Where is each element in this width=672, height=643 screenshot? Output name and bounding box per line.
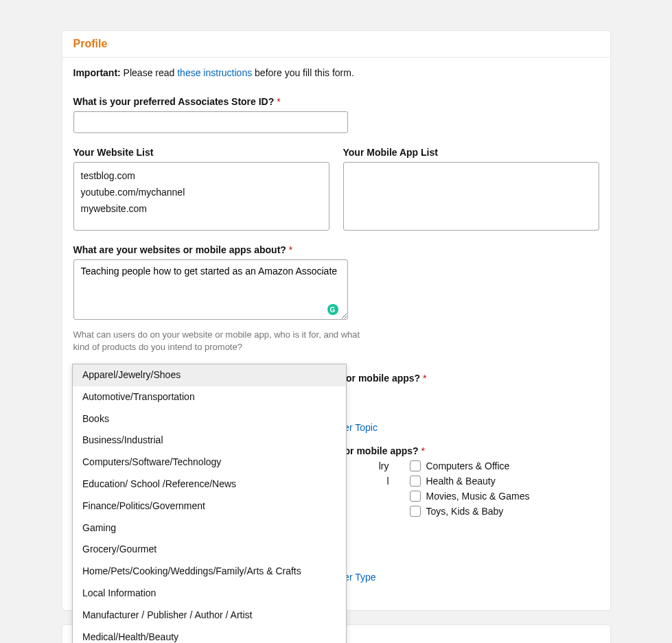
lists-row: Your Website List testblog.comyoutube.co… <box>73 147 599 231</box>
dropdown-option[interactable]: Computers/Software/Technology <box>73 452 346 474</box>
checkbox-label: Health & Beauty <box>426 476 496 487</box>
checkbox-row[interactable]: Toys, Kids & Baby <box>410 506 530 517</box>
dropdown-option[interactable]: Local Information <box>73 583 346 605</box>
mobile-list-box[interactable] <box>343 162 599 231</box>
panel-title: Profile <box>62 31 610 58</box>
checkbox-row[interactable]: Health & Beauty <box>410 476 530 487</box>
dropdown-option[interactable]: Education/ School /Reference/News <box>73 474 346 495</box>
dropdown-option[interactable]: Home/Pets/Cooking/Weddings/Family/Arts &… <box>73 561 346 583</box>
about-help-text: What can users do on your website or mob… <box>73 329 362 353</box>
mobile-list-label: Your Mobile App List <box>343 147 599 158</box>
instructions-link[interactable]: these instructions <box>177 67 252 78</box>
website-list-col: Your Website List testblog.comyoutube.co… <box>73 147 329 231</box>
checkbox-row[interactable]: Computers & Office <box>410 460 530 471</box>
dropdown-option[interactable]: Grocery/Gourmet <box>73 539 346 561</box>
website-list-item[interactable]: testblog.com <box>81 168 322 185</box>
checkbox-row[interactable]: Movies, Music & Games <box>410 491 530 502</box>
checkbox-label: lry <box>379 460 389 471</box>
checkbox[interactable] <box>410 506 421 517</box>
topic-dropdown[interactable]: Apparel/Jewelry/ShoesAutomotive/Transpor… <box>72 364 347 643</box>
website-list-label: Your Website List <box>73 147 329 158</box>
checkbox-label: Toys, Kids & Baby <box>426 506 504 517</box>
dropdown-option[interactable]: Automotive/Transportation <box>73 386 346 408</box>
website-list-box[interactable]: testblog.comyoutube.com/mychannelmywebsi… <box>73 162 329 231</box>
store-id-section: What is your preferred Associates Store … <box>73 96 599 133</box>
website-list-item[interactable]: mywebsite.com <box>81 201 322 218</box>
checkbox-col-right: Computers & OfficeHealth & BeautyMovies,… <box>410 460 530 517</box>
website-list-item[interactable]: youtube.com/mychannel <box>81 185 322 201</box>
checkbox-row[interactable]: l <box>386 476 389 487</box>
checkbox-label: Movies, Music & Games <box>426 491 530 502</box>
store-id-input[interactable] <box>73 111 348 133</box>
grammarly-icon[interactable] <box>327 304 338 315</box>
checkbox[interactable] <box>410 476 421 487</box>
dropdown-option[interactable]: Manufacturer / Publisher / Author / Arti… <box>73 605 346 627</box>
dropdown-option[interactable]: Books <box>73 408 346 430</box>
checkbox[interactable] <box>410 491 421 502</box>
checkbox-col-partial: lryl <box>348 460 389 487</box>
dropdown-option[interactable]: Medical/Health/Beauty <box>73 627 346 643</box>
about-textarea-wrap <box>73 259 348 322</box>
about-section: What are your websites or mobile apps ab… <box>73 244 599 353</box>
dropdown-option[interactable]: Gaming <box>73 517 346 539</box>
store-id-label: What is your preferred Associates Store … <box>73 96 599 107</box>
dropdown-option[interactable]: Apparel/Jewelry/Shoes <box>73 364 346 386</box>
mobile-list-col: Your Mobile App List <box>343 147 599 231</box>
dropdown-option[interactable]: Finance/Politics/Government <box>73 495 346 517</box>
checkbox-row[interactable]: lry <box>379 460 389 471</box>
checkbox-label: Computers & Office <box>426 460 510 471</box>
about-label: What are your websites or mobile apps ab… <box>73 244 599 255</box>
important-suffix: before you fill this form. <box>252 67 354 78</box>
checkbox[interactable] <box>410 460 421 471</box>
dropdown-option[interactable]: Business/Industrial <box>73 430 346 452</box>
items-label-fragment: or mobile apps? * <box>345 445 425 456</box>
about-textarea[interactable] <box>73 259 348 320</box>
checkbox-label: l <box>386 476 389 487</box>
important-prefix: Important: <box>73 67 121 78</box>
important-notice: Important: Please read these instruction… <box>73 67 599 78</box>
important-mid: Please read <box>121 67 178 78</box>
